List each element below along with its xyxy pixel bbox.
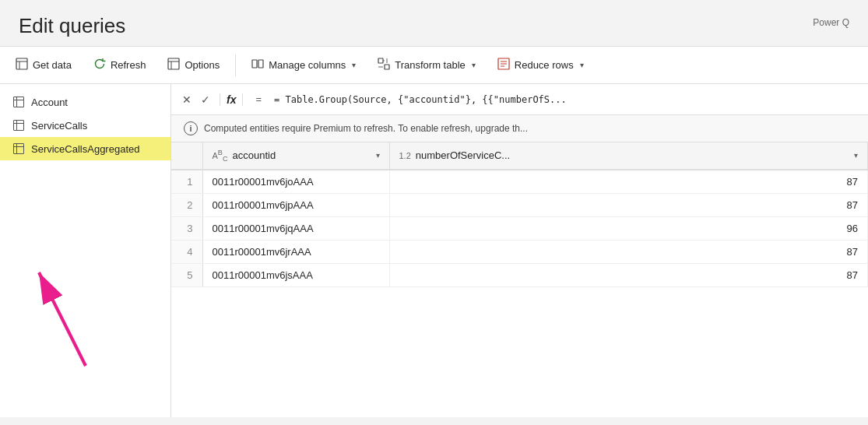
table-row: 5 0011r00001mv6jsAAA 87 [171, 263, 868, 286]
col-header-rownum [171, 142, 202, 170]
options-label: Options [184, 59, 220, 71]
table-row: 3 0011r00001mv6jqAAA 96 [171, 216, 868, 240]
table-body: 1 0011r00001mv6joAAA 87 2 0011r00001mv6j… [171, 170, 868, 287]
cell-value-5: 87 [389, 263, 868, 286]
col-type-accountid: ABC [213, 149, 228, 163]
reduce-rows-chevron: ▾ [580, 61, 584, 69]
formula-confirm-button[interactable]: ✓ [198, 92, 213, 107]
cell-rownum-1: 1 [171, 170, 202, 194]
transform-table-chevron: ▾ [472, 61, 476, 69]
data-table: ABC accountid ▾ 1.2 numberOfServiceC... … [171, 142, 868, 287]
equals-sign: = [249, 93, 268, 105]
svg-rect-9 [385, 65, 389, 69]
sidebar-label-aggregated: ServiceCallsAggregated [31, 143, 139, 155]
reduce-rows-label: Reduce rows [515, 59, 574, 71]
col-header-accountid[interactable]: ABC accountid ▾ [202, 142, 389, 170]
svg-rect-7 [258, 60, 263, 68]
manage-columns-button[interactable]: Manage columns ▾ [242, 53, 365, 78]
info-bar: i Computed entities require Premium to r… [171, 115, 868, 142]
col-label-accountid: accountid [233, 149, 276, 161]
cell-value-2: 87 [389, 193, 868, 216]
title-bar: Edit queries Power Q [0, 0, 868, 47]
formula-text: = Table.Group(Source, {"accountid"}, {{"… [274, 94, 567, 105]
svg-rect-6 [252, 60, 257, 68]
table-icon-account [12, 96, 25, 108]
sidebar-label-account: Account [31, 97, 68, 108]
formula-actions: ✕ ✓ [179, 92, 213, 107]
page-title: Edit queries [19, 14, 125, 38]
cell-rownum-2: 2 [171, 193, 202, 216]
toolbar: Get data Refresh Options [0, 47, 868, 84]
data-table-wrapper[interactable]: ABC accountid ▾ 1.2 numberOfServiceC... … [171, 142, 868, 417]
col-header-numberofservicec[interactable]: 1.2 numberOfServiceC... ▾ [389, 142, 868, 170]
table-icon-service-calls [12, 119, 25, 132]
sidebar: Account ServiceCalls [0, 84, 171, 417]
table-row: 1 0011r00001mv6joAAA 87 [171, 170, 868, 194]
toolbar-separator-1 [235, 54, 236, 76]
col-type-number: 1.2 [399, 151, 411, 160]
reduce-rows-button[interactable]: Reduce rows ▾ [488, 53, 593, 78]
get-data-label: Get data [33, 59, 72, 71]
refresh-label: Refresh [111, 59, 146, 71]
cell-accountid-4: 0011r00001mv6jrAAA [202, 240, 389, 263]
transform-table-label: Transform table [395, 59, 466, 71]
fx-label: fx [220, 93, 243, 106]
cell-value-4: 87 [389, 240, 868, 263]
formula-cancel-button[interactable]: ✕ [179, 92, 195, 107]
cell-accountid-2: 0011r00001mv6jpAAA [202, 193, 389, 216]
col-label-numberofservicec: numberOfServiceC... [416, 149, 510, 161]
cell-value-1: 87 [389, 170, 868, 194]
get-data-button[interactable]: Get data [6, 53, 81, 78]
refresh-icon [93, 58, 106, 73]
cell-accountid-5: 0011r00001mv6jsAAA [202, 263, 389, 286]
cell-rownum-4: 4 [171, 240, 202, 263]
cell-value-3: 96 [389, 216, 868, 240]
manage-columns-chevron: ▾ [352, 61, 356, 69]
cell-rownum-5: 5 [171, 263, 202, 286]
sidebar-item-service-calls[interactable]: ServiceCalls [0, 114, 170, 137]
get-data-icon [16, 58, 28, 73]
svg-rect-17 [14, 121, 24, 131]
cell-rownum-3: 3 [171, 216, 202, 240]
table-row: 4 0011r00001mv6jrAAA 87 [171, 240, 868, 263]
svg-rect-14 [14, 97, 24, 107]
col-dropdown-number[interactable]: ▾ [854, 151, 858, 160]
options-icon [167, 58, 180, 73]
svg-rect-0 [16, 58, 27, 69]
svg-rect-8 [378, 58, 383, 63]
transform-table-button[interactable]: Transform table ▾ [368, 53, 485, 78]
svg-rect-3 [168, 58, 179, 69]
info-message: Computed entities require Premium to ref… [204, 123, 528, 134]
table-header-row: ABC accountid ▾ 1.2 numberOfServiceC... … [171, 142, 868, 170]
sidebar-label-service-calls: ServiceCalls [31, 120, 87, 132]
transform-table-icon [378, 58, 390, 73]
formula-bar: ✕ ✓ fx = = Table.Group(Source, {"account… [171, 84, 868, 115]
table-row: 2 0011r00001mv6jpAAA 87 [171, 193, 868, 216]
sidebar-item-service-calls-aggregated[interactable]: ServiceCallsAggregated [0, 137, 170, 160]
reduce-rows-icon [497, 58, 510, 73]
cell-accountid-3: 0011r00001mv6jqAAA [202, 216, 389, 240]
content-area: ✕ ✓ fx = = Table.Group(Source, {"account… [171, 84, 868, 417]
options-button[interactable]: Options [158, 53, 229, 78]
manage-columns-label: Manage columns [269, 59, 346, 71]
col-dropdown-accountid[interactable]: ▾ [376, 151, 380, 160]
table-icon-aggregated [12, 142, 25, 155]
info-icon: i [184, 121, 198, 135]
app-brand: Power Q [813, 17, 849, 28]
main-area: Account ServiceCalls [0, 84, 868, 417]
svg-rect-20 [14, 144, 24, 154]
manage-columns-icon [251, 58, 264, 73]
cell-accountid-1: 0011r00001mv6joAAA [202, 170, 389, 194]
sidebar-item-account[interactable]: Account [0, 90, 170, 114]
refresh-button[interactable]: Refresh [84, 53, 156, 78]
